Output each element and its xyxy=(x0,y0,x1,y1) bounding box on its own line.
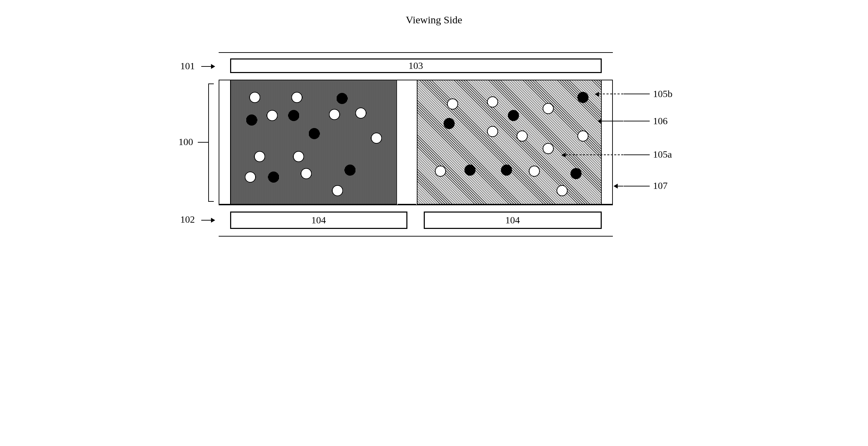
white-particle xyxy=(293,151,304,162)
black-particle xyxy=(501,165,512,176)
leader-105a xyxy=(624,154,650,155)
arrow-101 xyxy=(201,66,214,67)
white-particle xyxy=(291,92,302,103)
white-particle xyxy=(529,166,540,177)
black-particle xyxy=(246,114,257,126)
top-substrate-upper-rule xyxy=(219,52,613,53)
arrow-102 xyxy=(201,220,214,221)
pixel-electrode-104-left: 104 xyxy=(230,212,407,229)
white-particle xyxy=(557,185,568,196)
diagram-title: Viewing Side xyxy=(406,14,462,26)
white-particle xyxy=(245,172,256,183)
black-particle xyxy=(288,110,299,121)
sidewall-right xyxy=(602,80,613,205)
label-102: 102 xyxy=(180,214,195,225)
white-particle xyxy=(249,92,260,103)
white-particle xyxy=(332,185,343,196)
label-100: 100 xyxy=(179,136,193,148)
black-particle xyxy=(570,168,582,179)
leader-106 xyxy=(624,121,650,121)
common-electrode-103: 103 xyxy=(230,58,602,73)
white-particle xyxy=(447,98,458,110)
white-particle xyxy=(577,130,589,142)
diagram-container: Viewing Side 103 104 104 101 102 100 105… xyxy=(173,14,695,282)
white-particle xyxy=(487,126,498,137)
black-particle xyxy=(464,165,476,176)
arrow-107 xyxy=(614,186,623,186)
white-particle xyxy=(435,166,446,177)
sidewall-left xyxy=(219,80,230,205)
label-105a: 105a xyxy=(653,149,672,160)
arrow-105b xyxy=(595,94,623,94)
white-particle xyxy=(543,103,554,114)
leader-105b xyxy=(624,94,650,94)
black-particle xyxy=(444,118,455,129)
black-particle xyxy=(577,92,589,103)
white-particle xyxy=(371,133,382,144)
label-105b: 105b xyxy=(653,88,673,99)
display-cell-left xyxy=(230,80,397,205)
label-107: 107 xyxy=(653,180,668,191)
label-106: 106 xyxy=(653,116,668,127)
leader-100 xyxy=(198,142,208,143)
leader-107 xyxy=(624,186,650,186)
electrode-104-label-right: 104 xyxy=(505,215,520,226)
black-particle xyxy=(344,165,356,176)
white-particle xyxy=(329,109,340,120)
white-particle xyxy=(355,107,366,119)
white-particle xyxy=(487,96,498,107)
black-particle xyxy=(268,172,279,183)
bottom-substrate-upper-rule xyxy=(219,205,613,205)
white-particle xyxy=(267,110,278,121)
white-particle xyxy=(254,151,265,162)
electrode-104-label-left: 104 xyxy=(311,215,326,226)
pixel-electrode-104-right: 104 xyxy=(424,212,602,229)
black-particle xyxy=(508,110,519,121)
bracket-100 xyxy=(208,83,209,202)
bottom-substrate-lower-rule xyxy=(219,236,613,237)
white-particle xyxy=(517,130,528,142)
white-particle xyxy=(301,168,312,179)
label-101: 101 xyxy=(180,61,195,72)
partition-wall-107 xyxy=(398,80,416,205)
display-cell-right-fluid-106 xyxy=(417,80,602,205)
arrow-106 xyxy=(598,121,623,121)
black-particle xyxy=(336,93,348,104)
white-particle xyxy=(543,143,554,154)
arrow-105a xyxy=(562,154,623,155)
black-particle xyxy=(309,128,320,139)
electrode-103-label: 103 xyxy=(408,60,423,71)
